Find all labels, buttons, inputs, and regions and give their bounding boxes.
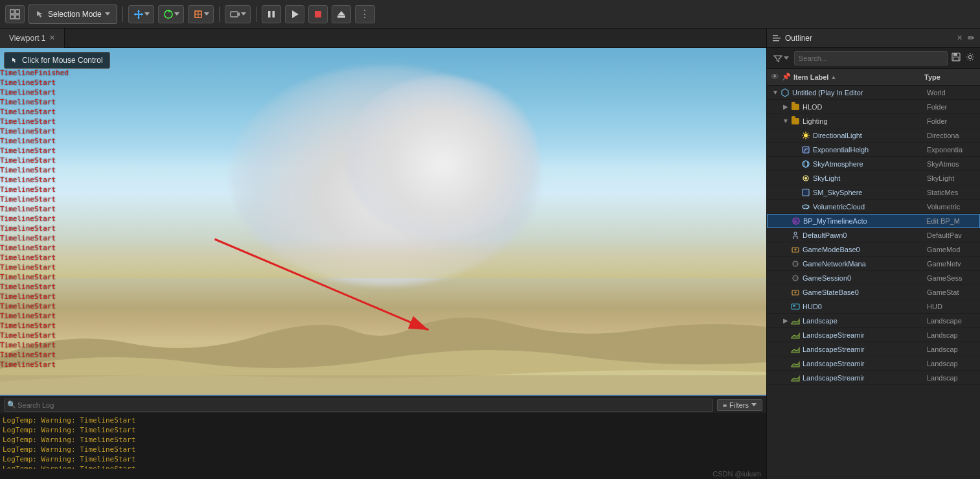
outliner-settings-button[interactable] [964,51,976,65]
outliner-list-item[interactable]: ExponentialHeigh Exponentia [767,143,980,157]
svg-rect-18 [953,57,959,60]
item-name: Lighting [803,117,927,125]
outliner-save-button[interactable] [950,51,962,65]
viewport-content: Click for Mouse Control TimelineFinished… [0,48,766,395]
svg-rect-36 [793,305,795,307]
item-name: GameNetworkMana [803,260,927,268]
mouse-control-button[interactable]: Click for Mouse Control [4,52,110,69]
svg-rect-13 [773,35,778,36]
svg-rect-21 [803,146,809,153]
item-type: Edit BP_M [926,217,978,225]
outliner-list-item[interactable]: ▼ Lighting Folder [767,114,980,128]
outliner-list-item[interactable]: LandscapeStreamir Landscap [767,328,980,342]
toolbar-icon-left[interactable] [5,5,25,23]
pin-toggle[interactable]: 📌 [782,73,791,81]
item-name: LandscapeStreamir [803,360,927,368]
expand-arrow[interactable]: ▼ [771,89,780,96]
scale-chevron [204,12,209,16]
item-name: DefaultPawn0 [803,231,927,239]
outliner-list-item[interactable]: HUD0 HUD [767,299,980,314]
outliner-list-item[interactable]: ▼ Untitled (Play In Editor World [767,86,980,100]
play-button[interactable] [285,5,304,23]
outliner-list-item[interactable]: ▶ HLOD Folder [767,100,980,114]
outliner-list-item[interactable]: LandscapeStreamir Landscap [767,356,980,371]
terrain [0,265,766,395]
item-name: DirectionalLight [813,132,927,139]
expand-arrow[interactable]: ▶ [781,103,790,110]
outliner-list-item[interactable]: GameModeBase0 GameMod [767,242,980,257]
svg-point-30 [794,232,797,235]
landscape-icon [790,330,801,340]
item-name: Landscape [803,317,927,325]
svg-rect-5 [231,12,238,17]
item-type: GameMod [927,246,979,253]
filter-chevron [784,56,789,60]
outliner-list-item[interactable]: SM_SkySphere StaticMes [767,185,980,200]
outliner-list-item[interactable]: LandscapeStreamir Landscap [767,371,980,385]
outliner-list-item[interactable]: ▶ Landscape Landscape [767,314,980,328]
outliner-list-item[interactable]: VolumetricCloud Volumetric [767,200,980,214]
outliner-list-item[interactable]: GameSession0 GameSess [767,271,980,285]
translate-button[interactable] [128,5,154,23]
outliner-close-button[interactable]: ✕ [957,34,963,42]
svg-rect-26 [803,189,809,196]
item-name: HUD0 [803,303,927,310]
eject-button[interactable] [332,5,351,23]
rotate-button[interactable] [158,5,184,23]
outliner-list-item[interactable]: LandscapeStreamir Landscap [767,342,980,356]
outliner-list-item[interactable]: GameNetworkMana GameNetv [767,257,980,271]
outliner-search-input[interactable] [794,51,948,65]
item-type: Landscap [927,331,979,339]
expheight-icon [801,145,811,155]
viewport-tab-close[interactable]: ✕ [49,34,55,42]
svg-rect-7 [272,11,275,18]
visibility-toggle[interactable]: 👁 [771,72,779,82]
filters-button[interactable]: ≡ Filters [717,399,762,411]
skylight-icon [801,173,811,183]
item-type: SkyLight [927,174,979,182]
item-type: Folder [927,117,979,125]
landscape-icon [790,344,801,355]
watermark: CSDN @iukam [0,469,766,479]
pause-button[interactable] [262,5,281,23]
viewport-tab-1[interactable]: Viewport 1 ✕ [0,29,65,48]
item-name: LandscapeStreamir [803,331,927,339]
outliner-list-item[interactable]: SkyAtmosphere SkyAtmos [767,157,980,171]
expand-arrow[interactable]: ▶ [781,317,790,324]
expand-arrow[interactable]: ▼ [781,117,790,124]
hud-icon [790,301,801,312]
stop-button[interactable] [308,5,328,23]
separator-1 [122,6,123,22]
more-options-button[interactable]: ⋮ [355,5,375,23]
scale-button[interactable] [188,5,214,23]
world-icon [780,88,790,98]
separator-3 [256,6,256,22]
scene-background [0,48,766,395]
filters-label: Filters [729,401,749,409]
selection-mode-button[interactable]: Selection Mode [28,5,117,24]
svg-rect-14 [773,38,781,39]
svg-point-23 [804,161,808,167]
cinematic-button[interactable] [225,5,251,23]
outliner-list-item[interactable]: SkyLight SkyLight [767,171,980,185]
item-type: Landscap [927,345,979,353]
outliner-list-item[interactable]: GameStateBase0 GameStat [767,285,980,299]
outliner-list-item[interactable]: DirectionalLight Directiona [767,128,980,143]
output-log-area: LogTemp: Warning: TimelineStartLogTemp: … [0,414,766,469]
outliner-list-item[interactable]: DefaultPawn0 DefaultPav [767,228,980,242]
search-log-input[interactable] [4,399,713,412]
viewport-tab-label: Viewport 1 [9,34,45,43]
outliner-list[interactable]: ▼ Untitled (Play In Editor World ▶ HLOD … [767,86,980,479]
volumetric-icon [801,202,811,212]
output-log-line: LogTemp: Warning: TimelineStart [3,435,764,445]
item-type: Landscap [927,360,979,368]
sort-arrow: ▲ [830,74,836,80]
generic-icon [790,259,801,269]
outliner-pen-icon[interactable]: ✏ [968,33,975,43]
selection-mode-chevron [105,12,110,16]
svg-rect-8 [315,11,321,18]
item-name: HLOD [803,103,927,111]
outliner-filter-button[interactable] [771,53,792,64]
landscape-icon [790,358,801,369]
outliner-list-item[interactable]: B BP_MyTimelineActo Edit BP_M [767,214,980,228]
